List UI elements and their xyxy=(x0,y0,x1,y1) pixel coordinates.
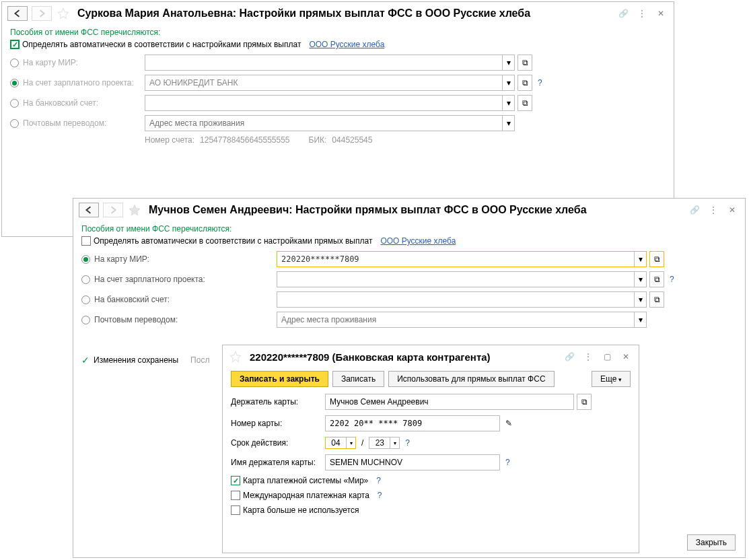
star-icon[interactable] xyxy=(56,6,71,7)
titlebar: Суркова Мария Анатольевна: Настройки пря… xyxy=(2,2,674,7)
close-icon[interactable]: ✕ xyxy=(653,6,668,7)
nav-forward-button[interactable] xyxy=(32,6,52,7)
nav-back-button[interactable] xyxy=(7,6,28,7)
kebab-icon[interactable]: ⋮ xyxy=(635,6,649,7)
link-icon[interactable]: 🔗 xyxy=(616,6,631,7)
window-settings-surkov: Суркова Мария Анатольевна: Настройки пря… xyxy=(1,1,674,7)
